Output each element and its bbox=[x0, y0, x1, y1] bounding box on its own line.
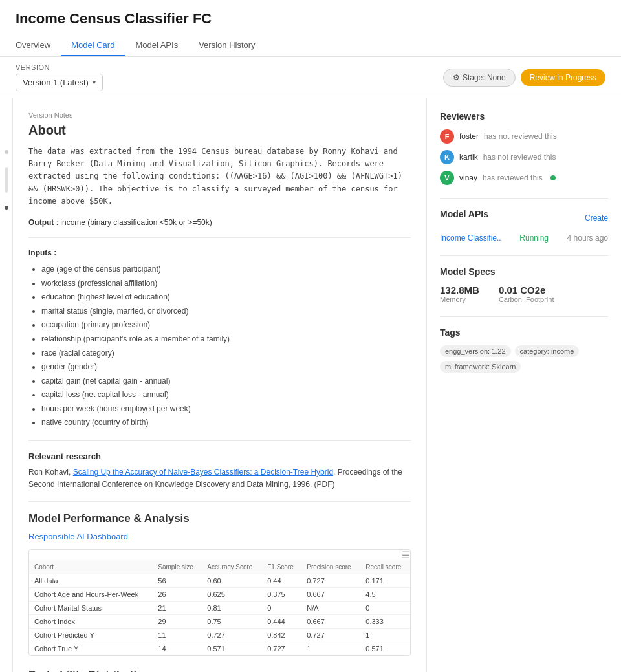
table-row: Cohort True Y140.5710.72710.571 bbox=[29, 642, 410, 656]
avatar: F bbox=[440, 129, 454, 144]
version-label: VERSION bbox=[16, 63, 103, 71]
table-menu-icon[interactable]: ☰ bbox=[402, 550, 410, 560]
table-cell: Cohort Index bbox=[29, 615, 153, 629]
reviewers-section: Reviewers Ffoster has not reviewed thisK… bbox=[440, 111, 608, 185]
table-row: Cohort Marital-Status210.810N/A0 bbox=[29, 602, 410, 615]
inputs-list: age (age of the census participant)workc… bbox=[28, 263, 411, 430]
col-recall: Recall score bbox=[360, 560, 410, 574]
input-item: capital loss (net capital loss - annual) bbox=[41, 388, 411, 402]
content-area: Version Notes About The data was extract… bbox=[13, 98, 621, 672]
output-line: Output : income (binary classification <… bbox=[28, 218, 411, 227]
table-cell: 0.333 bbox=[360, 615, 410, 629]
table-cell: Cohort Predicted Y bbox=[29, 629, 153, 642]
table-cell: 0.60 bbox=[202, 574, 262, 588]
model-performance-title: Model Performance & Analysis bbox=[28, 512, 411, 525]
reviewer-name: vinay bbox=[459, 173, 477, 182]
input-item: race (racial category) bbox=[41, 347, 411, 361]
table-cell: 29 bbox=[153, 615, 202, 629]
table-cell: 0.727 bbox=[262, 642, 301, 656]
tab-bar: Overview Model Card Model APIs Version H… bbox=[16, 35, 605, 56]
stage-button[interactable]: ⚙ Stage: None bbox=[443, 69, 516, 87]
table-cell: 0.444 bbox=[262, 615, 301, 629]
input-item: gender (gender) bbox=[41, 360, 411, 374]
sidebar-bar bbox=[5, 167, 8, 193]
tab-model-apis[interactable]: Model APIs bbox=[125, 35, 188, 56]
api-status: Running bbox=[519, 233, 549, 243]
reviewer-item: Ffoster has not reviewed this bbox=[440, 129, 608, 144]
output-value: : income (binary classification <50k or … bbox=[56, 218, 212, 227]
table-cell: 0.727 bbox=[301, 629, 360, 642]
research-link[interactable]: Scaling Up the Accuracy of Naive-Bayes C… bbox=[73, 468, 333, 477]
table-cell: 1 bbox=[360, 629, 410, 642]
table-cell: 0.171 bbox=[360, 574, 410, 588]
tag: ml.framework: Sklearn bbox=[440, 361, 521, 373]
col-sample: Sample size bbox=[153, 560, 202, 574]
reviewer-status: has not reviewed this bbox=[483, 153, 556, 162]
api-name[interactable]: Income Classifie.. bbox=[440, 233, 501, 243]
responsible-ai-dashboard-link[interactable]: Responsible AI Dashboard bbox=[28, 532, 411, 541]
create-api-link[interactable]: Create bbox=[585, 213, 608, 222]
spec-memory: 132.8MB Memory bbox=[440, 285, 479, 303]
version-select-value: Version 1 (Latest) bbox=[23, 78, 89, 87]
table-row: Cohort Predicted Y110.7270.8420.7271 bbox=[29, 629, 410, 642]
tags-section: Tags engg_version: 1.22category: incomem… bbox=[440, 316, 608, 373]
table-cell: 0.75 bbox=[202, 615, 262, 629]
input-item: workclass (professional affiliation) bbox=[41, 277, 411, 291]
tab-version-history[interactable]: Version History bbox=[188, 35, 265, 56]
tags-row: engg_version: 1.22category: incomeml.fra… bbox=[440, 345, 608, 373]
page-title: Income Census Classifier FC bbox=[16, 10, 605, 27]
reviewer-status: has reviewed this bbox=[483, 173, 543, 182]
reviewers-list: Ffoster has not reviewed thisKkartik has… bbox=[440, 129, 608, 185]
input-item: age (age of the census participant) bbox=[41, 263, 411, 277]
api-row: Income Classifie.. Running 4 hours ago bbox=[440, 233, 608, 243]
table-cell: 0.667 bbox=[301, 588, 360, 602]
left-sidebar bbox=[0, 98, 13, 672]
table-cell: 0.81 bbox=[202, 602, 262, 615]
table-cell: 0.727 bbox=[301, 574, 360, 588]
table-cell: N/A bbox=[301, 602, 360, 615]
header: Income Census Classifier FC Overview Mod… bbox=[0, 0, 621, 57]
table-cell: 56 bbox=[153, 574, 202, 588]
table-cell: 0.667 bbox=[301, 615, 360, 629]
reviewer-item: Vvinay has reviewed this bbox=[440, 171, 608, 185]
input-item: capital gain (net capital gain - annual) bbox=[41, 374, 411, 389]
carbon-label: Carbon_Footprint bbox=[499, 296, 554, 303]
performance-table: Cohort Sample size Accuracy Score F1 Sco… bbox=[29, 560, 410, 655]
avatar: V bbox=[440, 171, 454, 185]
stage-icon: ⚙ bbox=[453, 73, 460, 82]
reviewer-item: Kkartik has not reviewed this bbox=[440, 150, 608, 164]
tags-title: Tags bbox=[440, 327, 608, 338]
carbon-value: 0.01 CO2e bbox=[499, 285, 554, 296]
table-cell: 0 bbox=[360, 602, 410, 615]
table-cell: All data bbox=[29, 574, 153, 588]
divider-3 bbox=[28, 501, 411, 502]
version-select[interactable]: Version 1 (Latest) ▾ bbox=[16, 74, 103, 91]
reviewed-indicator bbox=[550, 175, 556, 180]
about-body: The data was extracted from the 1994 Cen… bbox=[28, 146, 411, 208]
review-button[interactable]: Review in Progress bbox=[521, 69, 605, 86]
reviewers-title: Reviewers bbox=[440, 111, 608, 122]
table-cell: 0.842 bbox=[262, 629, 301, 642]
table-cell: Cohort Marital-Status bbox=[29, 602, 153, 615]
table-cell: 0.375 bbox=[262, 588, 301, 602]
sidebar-indicator-active bbox=[5, 206, 8, 210]
reviewer-name: foster bbox=[459, 132, 479, 141]
tab-overview[interactable]: Overview bbox=[16, 35, 61, 56]
tag: engg_version: 1.22 bbox=[440, 345, 511, 357]
version-bar: VERSION Version 1 (Latest) ▾ ⚙ Stage: No… bbox=[0, 57, 621, 98]
input-item: marital status (single, married, or divo… bbox=[41, 305, 411, 319]
memory-label: Memory bbox=[440, 296, 479, 303]
research-text: Ron Kohavi, Scaling Up the Accuracy of N… bbox=[28, 466, 411, 491]
input-item: hours per week (hours employed per week) bbox=[41, 402, 411, 417]
table-cell: 4.5 bbox=[360, 588, 410, 602]
model-specs-section: Model Specs 132.8MB Memory 0.01 CO2e Car… bbox=[440, 255, 608, 303]
spec-carbon: 0.01 CO2e Carbon_Footprint bbox=[499, 285, 554, 303]
research-prefix: Ron Kohavi, bbox=[28, 468, 73, 477]
about-title: About bbox=[28, 123, 411, 138]
table-cell: 21 bbox=[153, 602, 202, 615]
version-selector-wrapper: VERSION Version 1 (Latest) ▾ bbox=[16, 63, 103, 91]
tab-model-card[interactable]: Model Card bbox=[61, 35, 125, 56]
divider-2 bbox=[28, 440, 411, 441]
table-row: All data560.600.440.7270.171 bbox=[29, 574, 410, 588]
table-cell: 0.44 bbox=[262, 574, 301, 588]
